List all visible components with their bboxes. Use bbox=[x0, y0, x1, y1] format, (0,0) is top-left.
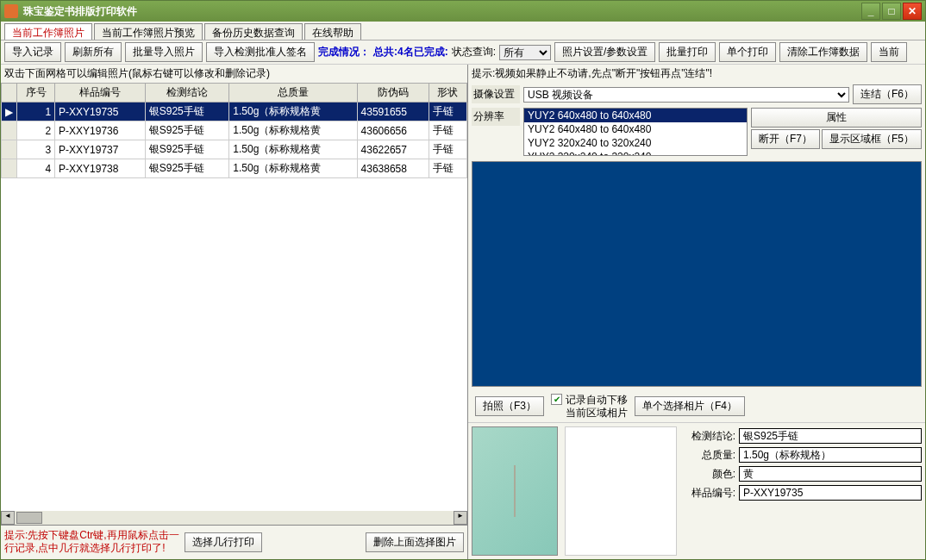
tab-current-photos[interactable]: 当前工作簿照片 bbox=[4, 23, 92, 40]
table-row[interactable]: ▶ 1 P-XXY19735 银S925手链 1.50g（标称规格黄 43591… bbox=[2, 103, 467, 121]
app-icon bbox=[4, 4, 18, 18]
table-row[interactable]: 2 P-XXY19736 银S925手链 1.50g（标称规格黄 4360665… bbox=[2, 121, 467, 140]
minimize-button[interactable]: _ bbox=[861, 3, 880, 20]
status-query-label: 状态查询: bbox=[452, 45, 496, 59]
properties-button[interactable]: 属性 bbox=[751, 108, 922, 128]
refresh-button[interactable]: 刷新所有 bbox=[65, 42, 122, 62]
col-result[interactable]: 检测结论 bbox=[145, 84, 229, 103]
footer-hint: 提示:先按下键盘Ctr键,再用鼠标点击一 行记录,点中几行就选择几行打印了! bbox=[4, 529, 179, 556]
tab-photo-preview[interactable]: 当前工作簿照片预览 bbox=[94, 23, 203, 40]
status-text: 总共:4名已完成: bbox=[373, 45, 448, 59]
toolbar: 导入记录 刷新所有 批量导入照片 导入检测批准人签名 完成情况： 总共:4名已完… bbox=[1, 40, 925, 65]
titlebar: 珠宝鉴定书排版打印软件 _ □ ✕ bbox=[1, 1, 925, 22]
close-button[interactable]: ✕ bbox=[903, 3, 922, 20]
scroll-right-icon[interactable]: ► bbox=[454, 511, 467, 525]
field-result-input[interactable] bbox=[739, 428, 922, 444]
tab-history[interactable]: 备份历史数据查询 bbox=[204, 23, 303, 40]
resolution-option[interactable]: YUY2 640x480 to 640x480 bbox=[524, 122, 747, 136]
import-button[interactable]: 导入记录 bbox=[4, 42, 61, 62]
table-row[interactable]: 3 P-XXY19737 银S925手链 1.50g（标称规格黄 4362265… bbox=[2, 140, 467, 159]
video-hint: 提示:视频如果静止不动请,先点"断开"按钮再点"连结"! bbox=[468, 65, 925, 83]
current-region-label: 当前区域相片 bbox=[566, 407, 628, 419]
field-sample-input[interactable] bbox=[739, 485, 922, 501]
horizontal-scrollbar[interactable]: ◄ ► bbox=[1, 511, 467, 525]
video-preview bbox=[472, 161, 922, 387]
scroll-thumb[interactable] bbox=[16, 512, 42, 524]
photo-mid-area bbox=[565, 426, 677, 556]
window-title: 珠宝鉴定书排版打印软件 bbox=[23, 4, 861, 19]
resolution-option[interactable]: YUY2 320x240 to 320x240 bbox=[524, 150, 747, 156]
show-region-button[interactable]: 显示区域框（F5） bbox=[822, 129, 922, 149]
col-sample-no[interactable]: 样品编号 bbox=[55, 84, 146, 103]
batch-print-button[interactable]: 批量打印 bbox=[659, 42, 716, 62]
col-code[interactable]: 防伪码 bbox=[357, 84, 429, 103]
camera-select[interactable]: USB 视频设备 bbox=[523, 87, 849, 103]
resolution-option[interactable]: YUY2 640x480 to 640x480 bbox=[524, 109, 747, 122]
delete-selected-button[interactable]: 删除上面选择图片 bbox=[366, 532, 464, 552]
field-sample-label: 样品编号: bbox=[684, 486, 735, 501]
maximize-button[interactable]: □ bbox=[882, 3, 901, 20]
batch-import-photo-button[interactable]: 批量导入照片 bbox=[125, 42, 203, 62]
auto-move-label: 记录自动下移 bbox=[566, 394, 628, 406]
col-weight[interactable]: 总质量 bbox=[229, 84, 357, 103]
grid-hint: 双击下面网格可以编辑照片(鼠标右键可以修改和删除记录) bbox=[1, 65, 467, 83]
import-sign-button[interactable]: 导入检测批准人签名 bbox=[206, 42, 315, 62]
select-rows-print-button[interactable]: 选择几行打印 bbox=[185, 532, 262, 552]
auto-move-checkbox[interactable]: ✔ bbox=[551, 394, 562, 405]
photo-settings-button[interactable]: 照片设置/参数设置 bbox=[554, 42, 655, 62]
capture-button[interactable]: 拍照（F3） bbox=[475, 396, 544, 416]
table-row[interactable]: 4 P-XXY19738 银S925手链 1.50g（标称规格黄 4363865… bbox=[2, 159, 467, 178]
disconnect-button[interactable]: 断开（F7） bbox=[751, 129, 820, 149]
main-tabs: 当前工作簿照片 当前工作簿照片预览 备份历史数据查询 在线帮助 bbox=[1, 22, 925, 40]
photo-thumbnail[interactable] bbox=[472, 426, 558, 556]
field-weight-input[interactable] bbox=[739, 447, 922, 463]
clear-data-button[interactable]: 清除工作簿数据 bbox=[779, 42, 867, 62]
status-label: 完成情况： bbox=[318, 45, 370, 59]
col-seq[interactable]: 序号 bbox=[17, 84, 55, 103]
field-color-input[interactable] bbox=[739, 466, 922, 482]
resolution-label: 分辨率 bbox=[472, 108, 520, 126]
connect-button[interactable]: 连结（F6） bbox=[853, 84, 922, 104]
scroll-left-icon[interactable]: ◄ bbox=[1, 511, 15, 525]
field-color-label: 颜色: bbox=[684, 467, 735, 482]
resolution-option[interactable]: YUY2 320x240 to 320x240 bbox=[524, 136, 747, 150]
current-button[interactable]: 当前 bbox=[871, 42, 907, 62]
field-weight-label: 总质量: bbox=[684, 448, 735, 463]
single-select-photo-button[interactable]: 单个选择相片（F4） bbox=[635, 396, 745, 416]
camera-label: 摄像设置 bbox=[472, 85, 520, 103]
single-print-button[interactable]: 单个打印 bbox=[719, 42, 776, 62]
col-shape[interactable]: 形状 bbox=[429, 84, 466, 103]
field-result-label: 检测结论: bbox=[684, 429, 735, 444]
data-grid[interactable]: 序号 样品编号 检测结论 总质量 颜色 防伪码 形状 ▶ 1 P-XXY1973… bbox=[1, 83, 467, 511]
status-query-select[interactable]: 所有 bbox=[499, 45, 551, 60]
resolution-listbox[interactable]: YUY2 640x480 to 640x480YUY2 640x480 to 6… bbox=[523, 108, 748, 156]
tab-help[interactable]: 在线帮助 bbox=[304, 23, 361, 40]
